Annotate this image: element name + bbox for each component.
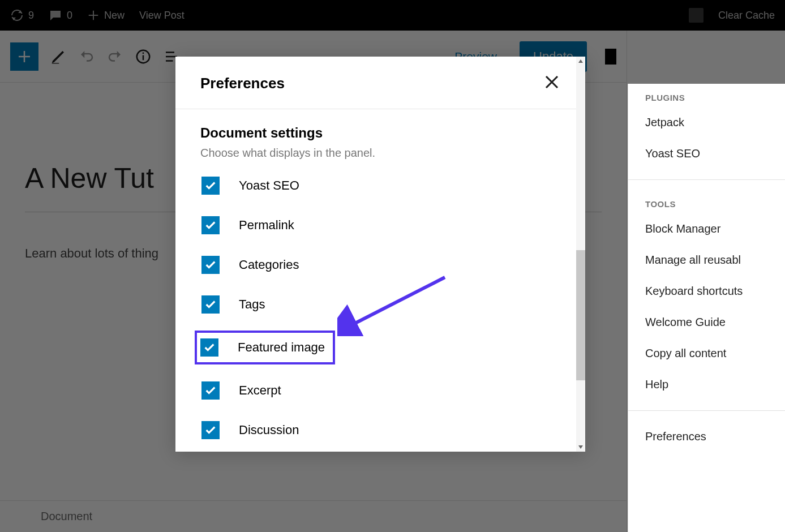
scroll-up-arrow-icon[interactable] bbox=[578, 58, 584, 64]
plugins-heading: PLUGINS bbox=[628, 84, 785, 107]
check-icon bbox=[204, 179, 217, 192]
sidebar-item-preferences[interactable]: Preferences bbox=[628, 421, 785, 452]
option-label: Excerpt bbox=[239, 383, 281, 398]
checkbox[interactable] bbox=[201, 381, 220, 400]
document-settings-title: Document settings bbox=[200, 125, 560, 141]
option-label: Permalink bbox=[239, 218, 294, 233]
check-icon bbox=[204, 219, 217, 231]
close-button[interactable] bbox=[543, 74, 560, 93]
tools-heading: TOOLS bbox=[628, 190, 785, 213]
check-icon bbox=[204, 424, 217, 436]
scroll-down-arrow-icon[interactable] bbox=[578, 444, 584, 450]
sidebar-item-help[interactable]: Help bbox=[628, 369, 785, 400]
check-icon bbox=[203, 341, 216, 354]
option-label: Featured image bbox=[238, 340, 325, 355]
option-label: Yoast SEO bbox=[239, 178, 299, 193]
sidebar-item-copy-content[interactable]: Copy all content bbox=[628, 338, 785, 369]
pref-option-excerpt[interactable]: Excerpt bbox=[200, 379, 560, 402]
option-label: Categories bbox=[239, 258, 299, 272]
pref-option-featured-image[interactable]: Featured image bbox=[197, 333, 333, 362]
checkbox[interactable] bbox=[201, 177, 220, 195]
pref-option-yoast-seo[interactable]: Yoast SEO bbox=[200, 174, 560, 197]
scrollbar-thumb[interactable] bbox=[576, 250, 585, 380]
sidebar-item-block-manager[interactable]: Block Manager bbox=[628, 213, 785, 244]
sidebar-item-yoast[interactable]: Yoast SEO bbox=[628, 138, 785, 169]
document-settings-desc: Choose what displays in the panel. bbox=[200, 147, 560, 160]
close-icon bbox=[543, 74, 560, 91]
checkbox[interactable] bbox=[200, 338, 218, 357]
pref-option-permalink[interactable]: Permalink bbox=[200, 214, 560, 237]
pref-option-discussion[interactable]: Discussion bbox=[200, 419, 560, 441]
check-icon bbox=[204, 259, 217, 271]
pref-option-tags[interactable]: Tags bbox=[200, 293, 560, 316]
pref-option-categories[interactable]: Categories bbox=[200, 254, 560, 276]
check-icon bbox=[204, 384, 217, 397]
checkbox[interactable] bbox=[201, 256, 220, 274]
preferences-modal: Preferences Document settings Choose wha… bbox=[175, 57, 585, 452]
option-label: Tags bbox=[239, 297, 265, 312]
sidebar-item-reusable[interactable]: Manage all reusabl bbox=[628, 244, 785, 276]
sidebar-item-jetpack[interactable]: Jetpack bbox=[628, 107, 785, 138]
options-sidebar-visible: PLUGINS Jetpack Yoast SEO TOOLS Block Ma… bbox=[628, 84, 785, 532]
sidebar-item-welcome-guide[interactable]: Welcome Guide bbox=[628, 307, 785, 338]
modal-scrollbar[interactable] bbox=[576, 57, 585, 452]
sidebar-separator bbox=[628, 410, 785, 411]
checkbox[interactable] bbox=[201, 295, 220, 314]
sidebar-item-keyboard-shortcuts[interactable]: Keyboard shortcuts bbox=[628, 276, 785, 307]
checkbox[interactable] bbox=[201, 421, 220, 439]
modal-title: Preferences bbox=[200, 75, 285, 92]
checkbox[interactable] bbox=[201, 216, 220, 234]
sidebar-separator bbox=[628, 179, 785, 180]
option-label: Discussion bbox=[239, 423, 299, 437]
check-icon bbox=[204, 298, 217, 311]
